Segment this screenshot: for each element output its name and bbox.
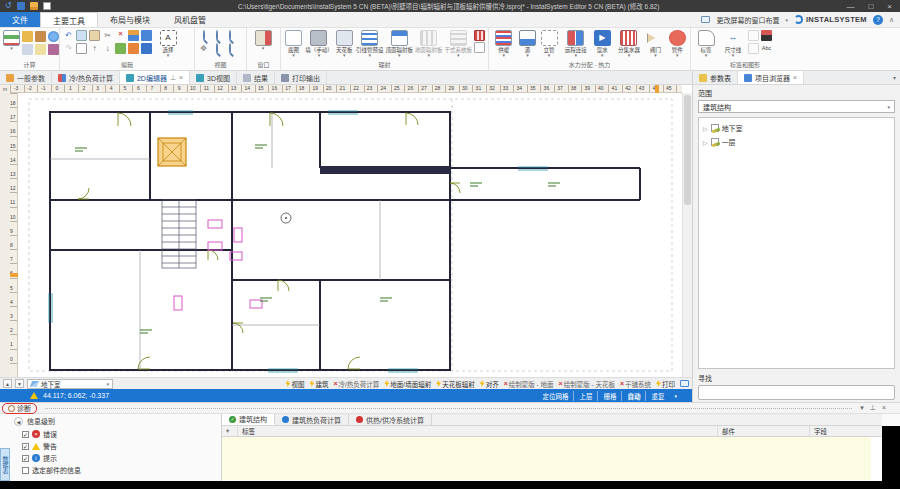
label-icon[interactable]	[698, 30, 715, 46]
floor-select[interactable]: 地下室 ▾	[27, 379, 113, 389]
doc-tab-2d-editor[interactable]: 2D编辑器⊥×	[120, 71, 190, 84]
mixing-icon[interactable]: ▶	[594, 30, 611, 46]
search-input[interactable]	[698, 385, 895, 400]
modify-table-icon[interactable]	[128, 30, 139, 41]
dry-system-panel-icon[interactable]	[450, 30, 467, 46]
image-icon[interactable]	[748, 43, 759, 54]
calculate-icon[interactable]	[3, 30, 20, 46]
close-panel-icon[interactable]: ×	[793, 74, 797, 81]
side-tab-data-table[interactable]: 数据表	[0, 448, 10, 481]
expander-icon[interactable]: ▷	[703, 139, 708, 146]
move-down-icon[interactable]: ↓	[102, 43, 113, 54]
floor-plan-canvas[interactable]	[18, 93, 682, 377]
source-icon[interactable]	[519, 30, 536, 46]
redo-arrow-icon[interactable]: ↷	[63, 43, 74, 54]
pan-icon[interactable]: ✥	[198, 43, 209, 54]
floor-up-button[interactable]: ▲	[3, 379, 12, 388]
checkbox-checked[interactable]: ✓	[22, 431, 29, 438]
sort-icon[interactable]: ▾	[222, 426, 238, 436]
toggle-dry-system[interactable]: ×干铺系统	[620, 379, 651, 389]
options-icon[interactable]	[35, 44, 46, 55]
tab-fan-coil[interactable]: 风机盘管	[162, 12, 218, 27]
column-component[interactable]: 部件	[718, 426, 810, 436]
panel-menu-icon[interactable]: ▾	[860, 404, 864, 412]
collapse-panel-icon[interactable]: ◀	[14, 417, 23, 426]
mode-raster[interactable]: 栅格	[597, 391, 621, 401]
tab-main-tools[interactable]: 主要工具	[40, 12, 98, 27]
mode-grid-snap[interactable]: 定位网格	[537, 391, 573, 401]
fit-screen-icon[interactable]	[680, 380, 689, 387]
toggle-ceiling-radiant[interactable]: 天花板辐射	[436, 379, 475, 389]
toggle-mask-floor[interactable]: ×绘制蒙版 - 地面	[504, 379, 554, 389]
floor-down-button[interactable]: ▼	[15, 379, 24, 388]
panel-menu-icon[interactable]: ▾	[893, 71, 900, 84]
toggle-load-calc[interactable]: ×冷/热负荷计算	[333, 379, 379, 389]
scope-select[interactable]: 建筑结构 ▾	[698, 100, 895, 113]
tab-layout-modules[interactable]: 布局与模块	[98, 12, 162, 27]
toggle-view[interactable]: 视图	[285, 379, 304, 389]
diagnostics-table-body[interactable]	[222, 437, 882, 480]
ceiling-panel-icon[interactable]	[391, 30, 408, 46]
close-tab-icon[interactable]: ×	[179, 74, 183, 81]
diag-tab-heat-load[interactable]: 建筑热负荷计算	[275, 414, 349, 425]
doc-tab-results[interactable]: 结果	[237, 71, 275, 84]
help-button[interactable]: ?	[873, 15, 883, 25]
ceiling-icon[interactable]	[336, 30, 353, 46]
cut-icon[interactable]: ✂	[102, 30, 113, 41]
remote-connection-icon[interactable]	[567, 30, 584, 46]
vertical-scrollbar-thumb[interactable]	[684, 95, 691, 205]
panel-small-icon[interactable]	[474, 42, 485, 53]
toggle-align[interactable]: 对齐	[480, 379, 499, 389]
diag-tab-system-calc[interactable]: 供热/供冷系统计算	[349, 414, 432, 425]
abc-text-icon[interactable]: Abc	[761, 43, 772, 54]
zoom-extents-icon[interactable]	[224, 30, 235, 41]
delete-icon[interactable]: ×	[115, 30, 126, 41]
package-icon[interactable]	[48, 44, 59, 55]
zoom-out-icon[interactable]	[211, 30, 222, 41]
tree-item-basement[interactable]: ▷ 地下室	[701, 121, 892, 135]
open-folder-icon[interactable]	[30, 2, 38, 10]
chevron-down-icon[interactable]: ▾	[669, 393, 682, 399]
floor-panel-icon[interactable]	[420, 30, 437, 46]
frame-icon[interactable]	[76, 43, 87, 54]
save-icon[interactable]	[17, 2, 25, 10]
toggle-floor-wall-radiant[interactable]: 地面/墙面辐射	[384, 379, 431, 389]
window-layout-button[interactable]: 更改屏幕的窗口布置	[716, 15, 779, 25]
maximize-button[interactable]: □	[868, 2, 873, 11]
column-field[interactable]: 字段	[810, 426, 882, 436]
globe-icon[interactable]	[48, 31, 59, 42]
mirror-icon[interactable]	[141, 30, 152, 41]
graphic-frame-icon[interactable]	[748, 30, 759, 41]
select-icon[interactable]: A	[160, 30, 177, 46]
tab-project-browser[interactable]: 项目浏览器×	[738, 71, 804, 84]
doc-tab-print[interactable]: 打印输出	[275, 71, 327, 84]
briefcase-icon[interactable]	[35, 31, 46, 42]
tree-item-first-floor[interactable]: ▷ 一层	[701, 135, 892, 149]
mode-repeat[interactable]: 重复	[645, 391, 669, 401]
new-document-icon[interactable]	[43, 2, 51, 10]
minimize-button[interactable]: —	[846, 2, 854, 11]
tab-file[interactable]: 文件	[0, 12, 40, 27]
dimension-line-icon[interactable]: ↔	[725, 30, 742, 46]
ruler-pencil-icon[interactable]	[22, 44, 33, 55]
base-map-icon[interactable]	[285, 30, 302, 46]
fittings-icon[interactable]	[669, 30, 686, 46]
toggle-print[interactable]: 打印	[656, 379, 675, 389]
flag-icon[interactable]	[761, 30, 772, 41]
expander-icon[interactable]: ▷	[703, 125, 708, 132]
mode-auto[interactable]: 自动	[621, 391, 645, 401]
toggle-building[interactable]: 建筑	[309, 379, 328, 389]
rotate-icon[interactable]	[128, 43, 139, 54]
doc-tab-general-params[interactable]: 一般参数	[0, 71, 52, 84]
wall-manual-icon[interactable]	[310, 30, 327, 46]
manifold-icon[interactable]	[620, 30, 637, 46]
close-panel-icon[interactable]: ×	[882, 404, 886, 412]
filter-errors[interactable]: ✓ × 错误	[10, 428, 221, 440]
radiator-small-icon[interactable]	[474, 30, 485, 41]
move-up-icon[interactable]: ↑	[89, 43, 100, 54]
copy-icon[interactable]	[76, 30, 87, 41]
pin-icon[interactable]: ⊥	[170, 74, 176, 82]
heating-icon[interactable]	[495, 30, 512, 46]
filter-hints[interactable]: ✓ i 提示	[10, 452, 221, 464]
checkbox-checked[interactable]: ✓	[22, 455, 29, 462]
